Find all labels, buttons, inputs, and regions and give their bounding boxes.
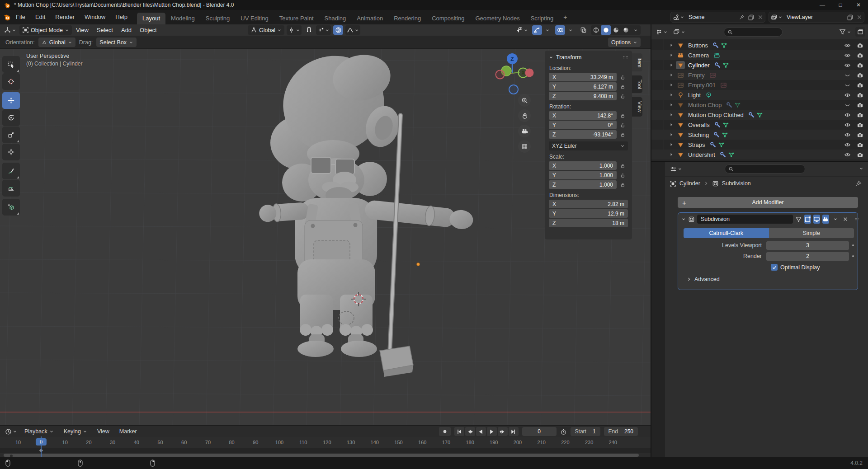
drag-handle-icon[interactable]	[623, 55, 628, 60]
shading-solid-button[interactable]	[601, 25, 611, 35]
camera-render-visibility-icon[interactable]	[857, 42, 863, 49]
shading-wireframe-button[interactable]	[591, 25, 601, 35]
lock-icon[interactable]	[620, 163, 625, 169]
outliner-item-label[interactable]: Buttons	[688, 42, 708, 49]
expand-arrow-icon[interactable]	[669, 102, 674, 108]
camera-render-visibility-icon[interactable]	[857, 72, 863, 79]
camera-render-visibility-icon[interactable]	[857, 112, 863, 118]
outliner-item-label[interactable]: Mutton Chop Clothed	[688, 112, 744, 118]
menu-window[interactable]: Window	[80, 10, 110, 24]
outliner-row-cylinder[interactable]: Cylinder	[651, 60, 868, 70]
outliner-item-label[interactable]: Stiching	[688, 131, 709, 138]
lock-icon[interactable]	[620, 173, 625, 178]
mode-dropdown[interactable]: Object Mode	[19, 25, 72, 35]
add-modifier-button[interactable]: +Add Modifier	[678, 197, 858, 208]
eye-open-icon[interactable]	[844, 141, 851, 148]
stopwatch-icon[interactable]	[560, 428, 567, 435]
eye-open-icon[interactable]	[844, 151, 851, 158]
overlays-toggle[interactable]	[555, 25, 565, 35]
workspace-tab-sculpting[interactable]: Sculpting	[200, 13, 235, 24]
outliner-display-mode-dropdown[interactable]	[672, 27, 687, 37]
camera-render-visibility-icon[interactable]	[857, 62, 863, 69]
view-layer-selector[interactable]: ViewLayer	[769, 12, 864, 23]
camera-render-visibility-icon[interactable]	[857, 102, 863, 108]
menu-help[interactable]: Help	[110, 10, 132, 24]
eye-open-icon[interactable]	[844, 52, 851, 59]
orientation-setting-dropdown[interactable]: Global	[38, 38, 75, 47]
outliner-item-label[interactable]: Camera	[688, 52, 709, 59]
gizmo-neg-x-axis[interactable]	[496, 70, 505, 79]
rotate-tool-button[interactable]	[2, 109, 20, 126]
properties-tab-texture[interactable]: texture-tab	[651, 162, 665, 174]
rotation-x-field[interactable]: X142.8°	[549, 111, 617, 120]
shading-material-button[interactable]	[611, 25, 621, 35]
workspace-tab-uv-editing[interactable]: UV Editing	[235, 13, 274, 24]
options-dropdown[interactable]: Options	[608, 38, 641, 47]
workspace-tab-modeling[interactable]: Modeling	[165, 13, 200, 24]
scrollbar-handle[interactable]	[4, 454, 639, 457]
editor-type-outliner[interactable]	[654, 27, 669, 37]
orthographic-toggle-button[interactable]	[518, 140, 531, 153]
duplicate-icon[interactable]	[748, 14, 755, 21]
expand-arrow-icon[interactable]	[669, 92, 674, 98]
measure-tool-button[interactable]	[2, 180, 20, 197]
camera-render-visibility-icon[interactable]	[857, 131, 863, 138]
modifier-drag-handle-icon[interactable]	[854, 216, 859, 222]
expand-arrow-icon[interactable]	[669, 42, 674, 48]
pivot-point-dropdown[interactable]	[287, 25, 302, 35]
pin-icon[interactable]	[855, 180, 862, 187]
viewport-menu-object[interactable]: Object	[136, 27, 161, 33]
lock-icon[interactable]	[620, 122, 625, 128]
workspace-tab-animation[interactable]: Animation	[351, 13, 388, 24]
expand-arrow-icon[interactable]	[669, 52, 674, 58]
location-x-field[interactable]: X33.249 m	[549, 73, 617, 81]
camera-render-visibility-icon[interactable]	[857, 122, 863, 128]
outliner-item-label[interactable]: Overalls	[688, 122, 710, 128]
menu-view[interactable]: View	[93, 428, 113, 435]
properties-search[interactable]	[725, 164, 805, 174]
pin-icon[interactable]	[739, 14, 745, 20]
workspace-tab-layout[interactable]: Layout	[137, 13, 165, 24]
camera-render-visibility-icon[interactable]	[857, 141, 863, 148]
camera-render-visibility-icon[interactable]	[857, 82, 863, 89]
catmull-clark-button[interactable]: Catmull-Clark	[684, 228, 769, 238]
advanced-section-toggle[interactable]: Advanced	[686, 276, 720, 282]
gizmos-toggle[interactable]	[532, 25, 542, 35]
expand-arrow-icon[interactable]	[669, 142, 674, 147]
cursor-3d-tool-button[interactable]	[2, 73, 20, 90]
menu-file[interactable]: File	[11, 10, 30, 24]
viewport-menu-view[interactable]: View	[72, 27, 93, 33]
transform-orientation-dropdown[interactable]: Global	[248, 25, 284, 35]
drag-setting-dropdown[interactable]: Select Box	[96, 38, 137, 47]
outliner-row-undershirt[interactable]: Undershirt	[651, 150, 868, 159]
gizmo-neg-y-axis[interactable]	[525, 69, 534, 77]
keyframe-previous-button[interactable]	[465, 427, 475, 436]
outliner-search-input[interactable]	[735, 29, 779, 35]
eye-closed-icon[interactable]	[844, 102, 851, 108]
modifier-delete-icon[interactable]	[843, 216, 848, 222]
menu-render[interactable]: Render	[50, 10, 80, 24]
location-y-field[interactable]: Y6.127 m	[549, 82, 617, 91]
lock-icon[interactable]	[620, 132, 625, 137]
workspace-tab-geometry-nodes[interactable]: Geometry Nodes	[470, 13, 525, 24]
unlink-icon[interactable]	[758, 14, 763, 20]
expand-arrow-icon[interactable]	[669, 62, 674, 68]
current-frame-field[interactable]: 0	[522, 427, 557, 436]
lock-icon[interactable]	[620, 84, 625, 89]
shading-dropdown[interactable]	[631, 25, 641, 35]
play-button[interactable]	[487, 427, 497, 436]
outliner-row-mutton-chop-clothed[interactable]: Mutton Chop Clothed	[651, 110, 868, 120]
close-button[interactable]: ✕	[855, 2, 862, 8]
expand-arrow-icon[interactable]	[669, 112, 674, 117]
menu-marker[interactable]: Marker	[115, 428, 141, 435]
animate-dot-icon[interactable]	[852, 255, 854, 257]
character-model[interactable]	[259, 49, 474, 357]
menu-keying[interactable]: Keying	[60, 428, 91, 435]
outliner-row-empty[interactable]: Empty	[651, 70, 868, 80]
outliner-row-empty-001[interactable]: Empty.001	[651, 80, 868, 90]
scale-x-field[interactable]: X1.000	[549, 161, 617, 170]
sidebar-tab-item[interactable]: Item	[632, 53, 642, 71]
viewport-menu-add[interactable]: Add	[117, 27, 136, 33]
outliner-item-label[interactable]: Straps	[688, 141, 705, 148]
rotation-z-field[interactable]: Z-93.194°	[549, 130, 617, 139]
